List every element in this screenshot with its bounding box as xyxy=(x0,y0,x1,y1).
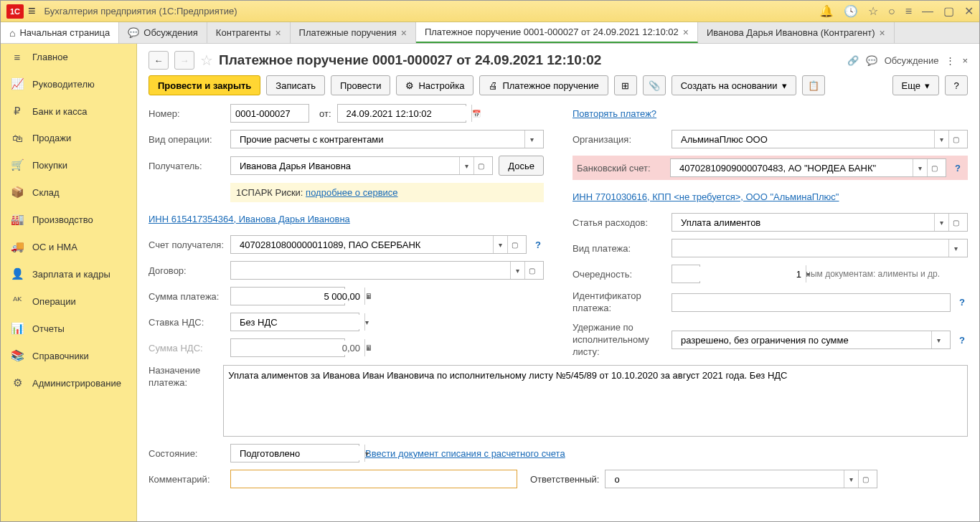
wifi-icon[interactable]: ≡ xyxy=(905,5,912,18)
open-icon[interactable]: ▢ xyxy=(948,130,963,148)
sidebar-item-references[interactable]: 📚Справочники xyxy=(1,342,136,369)
create-based-button[interactable]: Создать на основании▾ xyxy=(672,75,796,95)
favorite-star-icon[interactable]: ☆ xyxy=(200,52,213,69)
tab-payment-order-detail[interactable]: Платежное поручение 0001-000027 от 24.09… xyxy=(416,22,698,43)
org-inn-link[interactable]: ИНН 7701030616, КПП <не требуется>, ООО … xyxy=(573,191,839,202)
recipient-input[interactable] xyxy=(235,158,459,173)
comment-input[interactable] xyxy=(230,470,517,488)
spark-link[interactable]: подробнее о сервисе xyxy=(306,187,397,198)
attachment-button[interactable]: 📎 xyxy=(643,75,666,95)
close-icon[interactable]: × xyxy=(401,27,407,39)
open-icon[interactable]: ▢ xyxy=(473,157,488,174)
history-icon[interactable]: 🕓 xyxy=(844,4,858,18)
settings-button[interactable]: ⚙Настройка xyxy=(396,75,473,95)
tools-icon[interactable]: ○ xyxy=(888,5,895,18)
pay-type-select[interactable] xyxy=(677,241,948,255)
discuss-icon[interactable]: 💬 xyxy=(866,55,877,66)
sidebar-item-operations[interactable]: ᴬᴷОперации xyxy=(1,288,136,315)
discuss-link[interactable]: Обсуждение xyxy=(885,55,939,66)
help-icon[interactable]: ? xyxy=(952,163,963,174)
sidebar-item-main[interactable]: ≡Главное xyxy=(1,44,136,70)
list-button[interactable]: 📋 xyxy=(802,75,825,95)
rec-acc-input[interactable] xyxy=(235,237,493,252)
help-icon[interactable]: ? xyxy=(532,239,544,250)
number-input[interactable] xyxy=(230,104,309,123)
close-icon[interactable]: × xyxy=(275,27,281,39)
tab-discussions[interactable]: 💬 Обсуждения xyxy=(119,22,207,43)
chevron-down-icon[interactable]: ▾ xyxy=(948,239,963,257)
more-button[interactable]: Еще▾ xyxy=(892,75,939,95)
vat-rate-select[interactable] xyxy=(235,315,364,329)
calendar-icon[interactable]: 📅 xyxy=(471,105,481,122)
chevron-down-icon[interactable]: ▾ xyxy=(364,313,369,331)
chevron-down-icon[interactable]: ▾ xyxy=(524,130,539,148)
open-icon[interactable]: ▢ xyxy=(858,470,872,488)
tab-home[interactable]: ⌂ Начальная страница xyxy=(1,22,119,43)
chevron-down-icon[interactable]: ▾ xyxy=(844,470,858,488)
dossier-button[interactable]: Досье xyxy=(499,156,544,176)
contract-input[interactable] xyxy=(235,263,510,277)
recipient-inn-link[interactable]: ИНН 615417354364, Иванова Дарья Ивановна xyxy=(149,214,350,224)
tab-payment-orders[interactable]: Платежные поручения × xyxy=(291,22,416,43)
chevron-down-icon[interactable]: ▾ xyxy=(931,331,946,348)
repeat-payment-link[interactable]: Повторять платеж? xyxy=(573,108,656,119)
bank-acc-input[interactable] xyxy=(675,161,913,175)
link-icon[interactable]: 🔗 xyxy=(847,55,859,66)
help-button[interactable]: ? xyxy=(945,75,968,95)
chevron-down-icon[interactable]: ▾ xyxy=(510,262,524,279)
tab-contragents[interactable]: Контрагенты × xyxy=(207,22,291,43)
maximize-icon[interactable]: ▢ xyxy=(943,4,954,18)
tab-ivanova[interactable]: Иванова Дарья Ивановна (Контрагент) × xyxy=(698,22,895,43)
calculator-icon[interactable]: 🖩 xyxy=(364,288,372,305)
withhold-select[interactable] xyxy=(677,333,931,347)
close-window-icon[interactable]: ✕ xyxy=(964,4,974,18)
nav-back-button[interactable]: ← xyxy=(149,51,169,70)
status-link[interactable]: Ввести документ списания с расчетного сч… xyxy=(365,448,565,459)
help-icon[interactable]: ? xyxy=(956,335,968,346)
chevron-down-icon[interactable]: ▾ xyxy=(934,214,948,231)
op-type-select[interactable] xyxy=(235,132,524,146)
org-input[interactable] xyxy=(677,132,934,146)
sidebar-item-payroll[interactable]: 👤Зарплата и кадры xyxy=(1,260,136,288)
structure-button[interactable]: ⊞ xyxy=(614,75,637,95)
sidebar-item-admin[interactable]: ⚙Администрирование xyxy=(1,369,136,397)
print-button[interactable]: 🖨Платежное поручение xyxy=(479,75,608,95)
status-select[interactable] xyxy=(235,446,364,460)
sidebar-item-sales[interactable]: 🛍Продажи xyxy=(1,125,136,151)
nav-forward-button[interactable]: → xyxy=(174,51,194,70)
post-button[interactable]: Провести xyxy=(331,75,391,95)
chevron-down-icon[interactable]: ▾ xyxy=(913,159,927,176)
close-content-icon[interactable]: × xyxy=(962,55,968,66)
close-icon[interactable]: × xyxy=(880,27,885,39)
star-icon[interactable]: ☆ xyxy=(868,4,878,18)
open-icon[interactable]: ▢ xyxy=(948,214,963,231)
amount-input[interactable] xyxy=(235,289,364,303)
more-menu-icon[interactable]: ⋮ xyxy=(946,55,955,66)
help-icon[interactable]: ? xyxy=(956,297,968,308)
chevron-down-icon[interactable]: ▾ xyxy=(493,236,507,253)
save-button[interactable]: Записать xyxy=(266,75,325,95)
sidebar-item-warehouse[interactable]: 📦Склад xyxy=(1,179,136,206)
hamburger-icon[interactable]: ≡ xyxy=(28,4,36,19)
purpose-textarea[interactable] xyxy=(223,365,968,437)
sidebar-item-bank[interactable]: ₽Банк и касса xyxy=(1,98,136,125)
priority-input[interactable] xyxy=(677,267,806,281)
post-close-button[interactable]: Провести и закрыть xyxy=(149,75,260,95)
sidebar-item-purchases[interactable]: 🛒Покупки xyxy=(1,151,136,179)
open-icon[interactable]: ▢ xyxy=(927,159,941,176)
sidebar-item-reports[interactable]: 📊Отчеты xyxy=(1,315,136,342)
open-icon[interactable]: ▢ xyxy=(524,262,539,279)
responsible-input[interactable] xyxy=(610,472,844,486)
date-input[interactable] xyxy=(342,106,471,120)
close-icon[interactable]: × xyxy=(683,27,689,38)
sidebar-item-production[interactable]: 🏭Производство xyxy=(1,206,136,233)
bell-icon[interactable]: 🔔 xyxy=(819,4,834,18)
sidebar-item-manager[interactable]: 📈Руководителю xyxy=(1,70,136,98)
expense-input[interactable] xyxy=(677,215,934,229)
chevron-down-icon[interactable]: ▾ xyxy=(459,157,473,174)
chevron-down-icon[interactable]: ▾ xyxy=(934,130,948,148)
open-icon[interactable]: ▢ xyxy=(507,236,522,253)
chevron-down-icon[interactable]: ▾ xyxy=(364,445,369,462)
chevron-down-icon[interactable]: ▾ xyxy=(806,265,810,283)
ident-input[interactable] xyxy=(672,293,951,312)
